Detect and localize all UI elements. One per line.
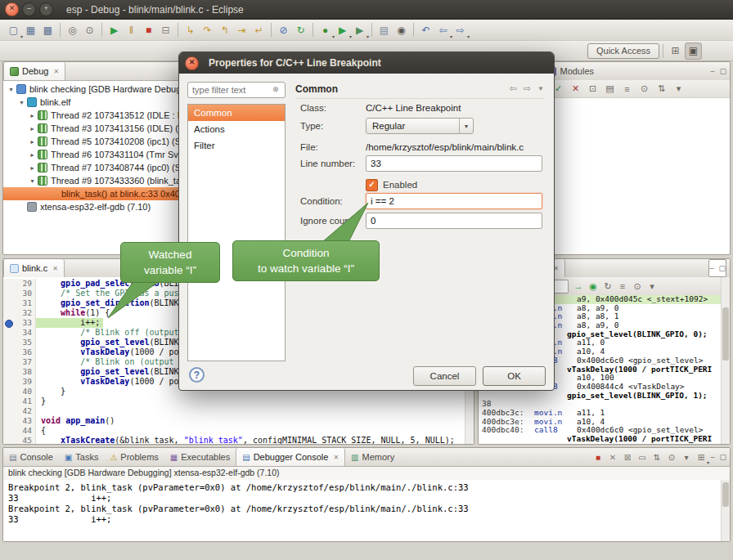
step-into-icon[interactable]: ↳ bbox=[182, 22, 198, 38]
open-perspective-icon[interactable]: ⊞ bbox=[668, 43, 683, 59]
dialog-category-actions[interactable]: Actions bbox=[188, 121, 285, 137]
display-selected-console-icon[interactable]: ▾ bbox=[680, 450, 693, 464]
breakpoint-icon[interactable] bbox=[5, 320, 13, 328]
save-all-icon[interactable]: ▩ bbox=[40, 22, 56, 38]
dialog-category-common[interactable]: Common bbox=[188, 105, 285, 121]
tree-expander-icon[interactable]: ▸ bbox=[28, 151, 37, 159]
save-icon[interactable]: ▦ bbox=[23, 22, 38, 38]
debug-perspective-icon[interactable]: ▣ bbox=[685, 43, 702, 60]
tree-expander-icon[interactable]: ▸ bbox=[28, 112, 37, 119]
back-icon[interactable]: ⇦▾ bbox=[435, 22, 451, 38]
goto-pc-icon[interactable]: → bbox=[572, 280, 585, 293]
pin-icon[interactable]: ⊙ bbox=[637, 82, 651, 96]
dialog-close-button[interactable]: ✕ bbox=[185, 56, 199, 70]
terminate-console-icon[interactable]: ■ bbox=[591, 450, 605, 464]
filter-icon[interactable]: ≡ bbox=[620, 82, 634, 96]
resume-icon[interactable]: ▶ bbox=[106, 22, 122, 38]
sync-icon[interactable]: ◉ bbox=[587, 280, 600, 293]
drop-to-frame-icon[interactable]: ↵ bbox=[251, 22, 267, 38]
view-menu-icon[interactable]: ▾ bbox=[645, 280, 659, 293]
new-wizard-icon[interactable]: ▤ bbox=[376, 22, 392, 38]
tree-expander-icon[interactable]: ▸ bbox=[28, 138, 37, 146]
cancel-button[interactable]: Cancel bbox=[413, 366, 476, 386]
terminate-icon[interactable]: ■ bbox=[141, 22, 156, 38]
scrollbar-thumb[interactable] bbox=[722, 482, 729, 507]
remove-launch-icon[interactable]: ✕ bbox=[606, 450, 619, 464]
tab-debugger-console[interactable]: ▤Debugger Console✕ bbox=[236, 448, 345, 466]
tab-debug[interactable]: Debug ✕ bbox=[3, 62, 65, 80]
show-source-icon[interactable]: ≡ bbox=[616, 280, 629, 293]
scrollbar-thumb[interactable] bbox=[722, 307, 729, 361]
search-icon[interactable]: ◉ bbox=[393, 22, 409, 38]
code-line[interactable]: 41} bbox=[3, 396, 465, 406]
tree-expander-icon[interactable]: ▾ bbox=[28, 177, 37, 185]
debug-icon[interactable]: ●▾ bbox=[317, 22, 333, 38]
code-line[interactable]: 42 bbox=[3, 406, 465, 416]
tab-memory[interactable]: ▥Memory bbox=[345, 448, 400, 466]
view-menu-icon[interactable]: ▾ bbox=[672, 82, 686, 96]
dialog-category-filter[interactable]: Filter bbox=[188, 137, 285, 154]
disassembly-line[interactable]: gpio_set_level(BLINK_GPIO, 1); bbox=[479, 392, 722, 401]
tab-close-icon[interactable]: ✕ bbox=[333, 454, 339, 461]
help-button[interactable]: ? bbox=[189, 367, 205, 383]
open-console-icon[interactable]: ⊞▾ bbox=[695, 450, 708, 464]
code-line[interactable]: 43void app_main() bbox=[3, 416, 465, 426]
clear-console-icon[interactable]: ▭ bbox=[636, 450, 649, 464]
breakpoint-toggle-icon[interactable]: ⊙ bbox=[82, 22, 97, 38]
enabled-checkbox[interactable]: ✓ bbox=[366, 179, 378, 191]
debug-config-icon[interactable]: ◎ bbox=[65, 22, 80, 38]
remove-all-launches-icon[interactable]: ⊠ bbox=[621, 450, 634, 464]
pin-console-icon[interactable]: ⊙ bbox=[665, 450, 678, 464]
step-return-icon[interactable]: ↰ bbox=[217, 22, 232, 38]
instruction-stepping-icon[interactable]: ⇥ bbox=[234, 22, 250, 38]
skip-all-breakpoints-icon[interactable]: ⊘ bbox=[276, 22, 291, 38]
console-scrollbar[interactable] bbox=[721, 480, 730, 541]
filter-input[interactable] bbox=[187, 82, 286, 98]
tree-expander-icon[interactable]: ▸ bbox=[28, 164, 37, 172]
disassembly-scrollbar[interactable] bbox=[721, 277, 730, 444]
suspend-icon[interactable]: ‖ bbox=[124, 22, 139, 38]
tree-expander-icon[interactable]: ▾ bbox=[17, 99, 26, 106]
quick-access-button[interactable]: Quick Access bbox=[587, 43, 659, 59]
back-icon[interactable]: ⇦ bbox=[510, 83, 517, 94]
disable-icon[interactable]: ✕ bbox=[569, 82, 582, 96]
forward-icon[interactable]: ⇨▾ bbox=[452, 22, 468, 38]
ok-button[interactable]: OK bbox=[483, 366, 546, 386]
track-expression-icon[interactable]: ⊙ bbox=[631, 280, 644, 293]
minimize-view-icon[interactable]: – bbox=[710, 67, 714, 75]
tree-expander-icon[interactable]: ▾ bbox=[7, 86, 16, 93]
type-dropdown[interactable]: Regular ▼ bbox=[366, 118, 474, 134]
tab-console[interactable]: ▤Console bbox=[3, 448, 59, 466]
disconnect-icon[interactable]: ⊟ bbox=[158, 22, 173, 38]
restart-icon[interactable]: ↻ bbox=[293, 22, 308, 38]
tab-close-icon[interactable]: ✕ bbox=[53, 68, 59, 75]
condition-input[interactable] bbox=[366, 193, 542, 209]
code-line[interactable]: 45 xTaskCreate(&blink_task, "blink_task"… bbox=[3, 436, 465, 445]
tab-tasks[interactable]: ▣Tasks bbox=[59, 448, 105, 466]
ignore-count-input[interactable] bbox=[366, 213, 542, 229]
disassembly-line[interactable]: vTaskDelay(1000 / portTICK_PERI bbox=[479, 435, 722, 444]
step-over-icon[interactable]: ↷ bbox=[200, 22, 215, 38]
window-close-button[interactable]: ✕ bbox=[5, 2, 19, 16]
scroll-lock-icon[interactable]: ⇅ bbox=[650, 450, 663, 464]
console-output[interactable]: Breakpoint 2, blink_task (pvParameter=0x… bbox=[3, 480, 722, 541]
tab-executables[interactable]: ▦Executables bbox=[164, 448, 236, 466]
view-menu-icon[interactable]: ▼ bbox=[537, 85, 544, 92]
tab-close-icon[interactable]: ✕ bbox=[52, 265, 58, 272]
window-maximize-button[interactable]: + bbox=[39, 2, 53, 16]
minimize-view-icon[interactable]: – bbox=[709, 264, 713, 272]
run-icon[interactable]: ▶▾ bbox=[335, 22, 350, 38]
layout-icon[interactable]: ▤ bbox=[603, 82, 617, 96]
line-number-input[interactable] bbox=[366, 155, 542, 172]
last-edit-location-icon[interactable]: ↶ bbox=[418, 22, 434, 38]
tab-blink-c[interactable]: blink.c ✕ bbox=[3, 259, 65, 277]
external-tools-icon[interactable]: ▶▾ bbox=[352, 22, 367, 38]
maximize-view-icon[interactable]: ▢ bbox=[719, 453, 726, 461]
new-icon[interactable]: ▢▾ bbox=[6, 22, 21, 38]
refresh-view-icon[interactable]: ↻ bbox=[601, 280, 614, 293]
maximize-view-icon[interactable]: ▢ bbox=[719, 67, 726, 75]
refresh-icon[interactable]: ⇅ bbox=[654, 82, 668, 96]
forward-icon[interactable]: ⇨ bbox=[524, 83, 531, 94]
clear-filter-icon[interactable]: ⊗ bbox=[272, 85, 279, 93]
tree-expander-icon[interactable]: ▸ bbox=[28, 125, 37, 132]
